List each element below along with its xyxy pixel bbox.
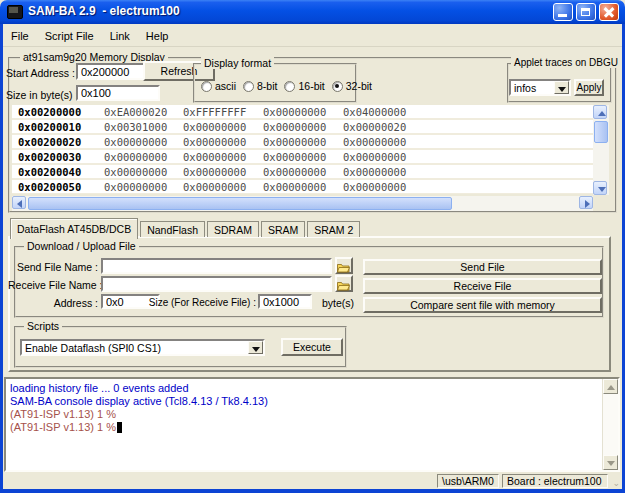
memory-vertical-scrollbar[interactable] bbox=[593, 105, 609, 195]
arrow-left-icon bbox=[17, 200, 22, 208]
title-bar[interactable]: SAM-BA 2.9 - electrum100 bbox=[0, 0, 625, 24]
flash-tabs: DataFlash AT45DB/DCB NandFlash SDRAM SRA… bbox=[10, 217, 362, 237]
receive-size-input[interactable] bbox=[258, 294, 312, 309]
memory-value: 0x04000000 bbox=[343, 106, 423, 118]
memory-value: 0x00000000 bbox=[343, 136, 423, 148]
radio-32bit[interactable]: 32-bit bbox=[332, 80, 372, 92]
console-line: (AT91-ISP v1.13) 1 % bbox=[6, 408, 618, 421]
tab-sdram[interactable]: SDRAM bbox=[207, 221, 259, 237]
scroll-down-button[interactable] bbox=[593, 181, 607, 195]
radio-ascii[interactable]: ascii bbox=[201, 80, 236, 92]
memory-row: 0x00200020 0x00000000 0x00000000 0x00000… bbox=[12, 135, 593, 150]
bytes-unit-label: byte(s) bbox=[322, 297, 354, 309]
memory-row: 0x00200040 0x00000000 0x00000000 0x00000… bbox=[12, 165, 593, 180]
memory-value: 0x00000000 bbox=[183, 136, 263, 148]
compare-button[interactable]: Compare sent file with memory bbox=[363, 297, 602, 313]
trace-level-combobox[interactable]: infos bbox=[509, 79, 571, 96]
size-in-bytes-input[interactable] bbox=[76, 85, 160, 101]
memory-value: 0x00000000 bbox=[343, 151, 423, 163]
window-title: SAM-BA 2.9 - electrum100 bbox=[28, 4, 180, 18]
window-border-bottom bbox=[0, 489, 625, 493]
memory-row: 0x00200030 0x00000000 0x00000000 0x00000… bbox=[12, 150, 593, 165]
memory-address: 0x00200000 bbox=[18, 106, 104, 118]
console-scrollbar[interactable] bbox=[602, 379, 618, 470]
memory-value: 0x00000020 bbox=[343, 121, 423, 133]
tab-dataflash[interactable]: DataFlash AT45DB/DCB bbox=[10, 218, 138, 239]
status-bar: \usb\ARM0 Board : electrum100 ⌄ bbox=[3, 472, 622, 489]
receive-file-browse-button[interactable] bbox=[335, 275, 353, 292]
console-scroll-up-button[interactable] bbox=[603, 379, 618, 394]
script-combobox[interactable]: Enable Dataflash (SPI0 CS1) bbox=[20, 339, 265, 356]
app-window: SAM-BA 2.9 - electrum100 File Script Fil… bbox=[0, 0, 625, 493]
memory-horizontal-scrollbar[interactable] bbox=[12, 196, 593, 211]
memory-value: 0x00000000 bbox=[263, 151, 343, 163]
menu-item-link[interactable]: Link bbox=[102, 27, 138, 45]
memory-address: 0x00200040 bbox=[18, 166, 104, 178]
tab-nandflash[interactable]: NandFlash bbox=[140, 221, 205, 237]
maximize-button[interactable] bbox=[576, 3, 596, 21]
address-label: Address : bbox=[8, 297, 98, 309]
minimize-icon bbox=[558, 14, 567, 17]
memory-value: 0x00000000 bbox=[263, 136, 343, 148]
memory-address: 0x00200010 bbox=[18, 121, 104, 133]
display-format-title: Display format bbox=[201, 57, 274, 69]
receive-file-button[interactable]: Receive File bbox=[363, 278, 602, 294]
memory-address: 0x00200030 bbox=[18, 151, 104, 163]
tab-sram[interactable]: SRAM bbox=[261, 221, 305, 237]
size-in-bytes-label: Size in byte(s) : bbox=[6, 89, 72, 101]
memory-value: 0x00000000 bbox=[263, 121, 343, 133]
radio-8bit[interactable]: 8-bit bbox=[243, 80, 277, 92]
radio-16bit[interactable]: 16-bit bbox=[284, 80, 324, 92]
execute-button[interactable]: Execute bbox=[281, 338, 343, 356]
memory-value: 0x00000000 bbox=[104, 181, 183, 193]
memory-value: 0xFFFFFFFF bbox=[183, 106, 263, 118]
send-file-label: Send File Name : bbox=[8, 261, 98, 273]
send-file-input[interactable] bbox=[101, 258, 332, 274]
menu-item-help[interactable]: Help bbox=[138, 27, 177, 45]
board-status: Board : electrum100 bbox=[502, 474, 608, 488]
memory-row: 0x00200000 0xEA000020 0xFFFFFFFF 0x00000… bbox=[12, 105, 593, 120]
console-line: (AT91-ISP v1.13) 1 % bbox=[6, 421, 618, 434]
scroll-left-button[interactable] bbox=[12, 196, 26, 209]
scroll-up-button[interactable] bbox=[593, 105, 607, 119]
text-cursor bbox=[117, 422, 122, 433]
memory-value: 0x00000000 bbox=[104, 151, 183, 163]
download-upload-title: Download / Upload File bbox=[24, 240, 139, 252]
tab-sram2[interactable]: SRAM 2 bbox=[307, 221, 360, 237]
console-scroll-down-button[interactable] bbox=[603, 455, 618, 470]
script-selected-value: Enable Dataflash (SPI0 CS1) bbox=[25, 342, 161, 354]
chevron-down-icon[interactable] bbox=[248, 341, 263, 354]
horizontal-scroll-thumb[interactable] bbox=[28, 197, 452, 210]
display-format-options: ascii 8-bit 16-bit 32-bit bbox=[201, 80, 372, 92]
menu-item-file[interactable]: File bbox=[3, 27, 37, 45]
resize-grip-icon[interactable]: ⌄ bbox=[612, 478, 620, 488]
menu-item-script-file[interactable]: Script File bbox=[37, 27, 102, 45]
menu-bar: File Script File Link Help bbox=[3, 25, 622, 47]
radio-ascii-label: ascii bbox=[215, 80, 236, 92]
memory-value: 0x00000000 bbox=[183, 181, 263, 193]
scroll-right-button[interactable] bbox=[579, 196, 593, 209]
send-file-browse-button[interactable] bbox=[335, 257, 353, 274]
open-folder-icon bbox=[337, 280, 350, 291]
memory-value: 0x00000000 bbox=[104, 136, 183, 148]
console-lines: loading history file ... 0 events added … bbox=[6, 379, 618, 434]
memory-table[interactable]: 0x00200000 0xEA000020 0xFFFFFFFF 0x00000… bbox=[12, 105, 593, 194]
send-file-button[interactable]: Send File bbox=[363, 259, 602, 275]
maximize-icon bbox=[581, 8, 590, 16]
vertical-scroll-thumb[interactable] bbox=[594, 121, 608, 143]
apply-button[interactable]: Apply bbox=[574, 79, 604, 96]
minimize-button[interactable] bbox=[553, 3, 573, 21]
memory-row: 0x00200050 0x00000000 0x00000000 0x00000… bbox=[12, 180, 593, 194]
memory-value: 0x00000000 bbox=[104, 166, 183, 178]
receive-file-input[interactable] bbox=[101, 276, 332, 292]
close-button[interactable] bbox=[599, 3, 619, 21]
arrow-up-icon bbox=[607, 385, 615, 390]
receive-file-label: Receive File Name : bbox=[8, 279, 98, 291]
memory-value: 0x00000000 bbox=[183, 121, 263, 133]
console-line: SAM-BA console display active (Tcl8.4.13… bbox=[6, 395, 618, 408]
console-line-text: (AT91-ISP v1.13) 1 % bbox=[10, 421, 116, 433]
console-output[interactable]: loading history file ... 0 events added … bbox=[4, 377, 620, 472]
arrow-down-icon bbox=[607, 461, 615, 466]
chevron-down-icon[interactable] bbox=[554, 81, 569, 94]
receive-size-label: Size (For Receive File) : bbox=[140, 297, 256, 308]
